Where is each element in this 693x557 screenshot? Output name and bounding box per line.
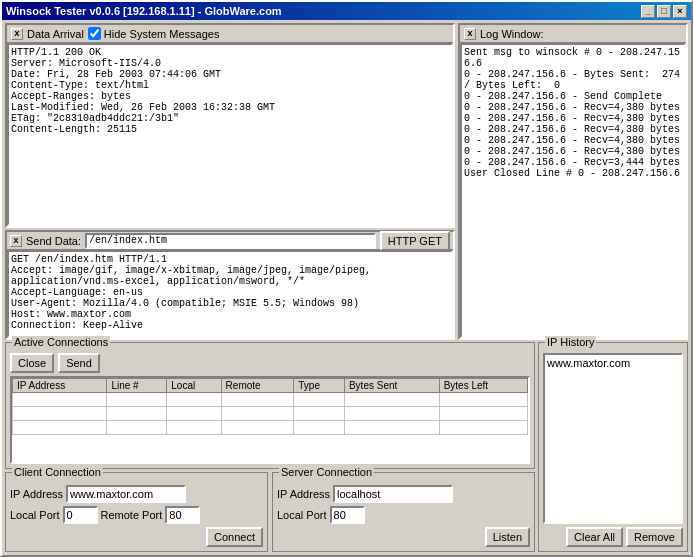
connect-button[interactable]: Connect [206,527,263,547]
close-window-button[interactable]: × [673,5,687,18]
ip-history-label: IP History [545,336,596,348]
left-bottom: Active Connections Close Send IP Address… [5,342,535,552]
connections-table-container: IP Address Line # Local Remote Type Byte… [10,376,530,464]
hide-system-messages-checkbox[interactable] [88,27,101,40]
hide-system-messages-checkbox-label[interactable]: Hide System Messages [88,27,220,40]
client-remote-port-input[interactable] [165,506,200,524]
server-local-port-label: Local Port [277,509,327,521]
log-window-content: Sent msg to winsock # 0 - 208.247.156.6 … [460,43,686,338]
send-data-label: Send Data: [26,235,81,247]
data-arrival-label: Data Arrival [27,28,84,40]
data-arrival-header: x Data Arrival Hide System Messages [7,25,453,43]
server-connection-label: Server Connection [279,466,374,478]
send-data-content: GET /en/index.htm HTTP/1.1 Accept: image… [7,250,453,338]
table-header-row: IP Address Line # Local Remote Type Byte… [13,379,528,393]
left-panels: x Data Arrival Hide System Messages HTTP… [5,23,455,340]
connection-forms: Client Connection IP Address Local Port … [5,472,535,552]
main-window: Winsock Tester v0.0.6 [192.168.1.11] - G… [0,0,693,557]
clear-all-button[interactable]: Clear All [566,527,623,547]
col-local: Local [167,379,221,393]
top-section: x Data Arrival Hide System Messages HTTP… [5,23,688,340]
listen-button[interactable]: Listen [485,527,530,547]
ip-history-item[interactable]: www.maxtor.com [547,357,679,369]
log-window-panel: x Log Window: Sent msg to winsock # 0 - … [458,23,688,340]
connections-table-body [13,393,528,435]
title-bar-buttons: _ □ × [641,5,687,18]
log-window-label: Log Window: [480,28,544,40]
client-ip-row: IP Address [10,485,263,503]
col-ip-address: IP Address [13,379,107,393]
send-data-close[interactable]: x [10,235,22,247]
active-connections-group: Active Connections Close Send IP Address… [5,342,535,469]
client-local-port-input[interactable] [63,506,98,524]
ip-history-panel: IP History www.maxtor.com Clear All Remo… [538,342,688,552]
log-window-header: x Log Window: [460,25,686,43]
client-remote-port-label: Remote Port [101,509,163,521]
col-line-num: Line # [107,379,167,393]
http-get-button[interactable]: HTTP GET [380,231,450,251]
client-ip-label: IP Address [10,488,63,500]
server-ip-row: IP Address [277,485,530,503]
client-connection-label: Client Connection [12,466,103,478]
connections-table: IP Address Line # Local Remote Type Byte… [12,378,528,435]
close-connection-button[interactable]: Close [10,353,54,373]
connections-toolbar: Close Send [10,353,530,373]
maximize-button[interactable]: □ [657,5,671,18]
log-close[interactable]: x [464,28,476,40]
remove-button[interactable]: Remove [626,527,683,547]
empty-row-2 [13,407,528,421]
empty-row-1 [13,393,528,407]
send-data-header: x Send Data: HTTP GET [7,232,453,250]
title-bar: Winsock Tester v0.0.6 [192.168.1.11] - G… [2,2,691,20]
title-text: Winsock Tester v0.0.6 [192.168.1.11] - G… [6,5,282,17]
bottom-section: Active Connections Close Send IP Address… [5,342,688,552]
empty-row-3 [13,421,528,435]
active-connections-label: Active Connections [12,336,110,348]
ip-history-buttons: Clear All Remove [543,527,683,547]
main-content: x Data Arrival Hide System Messages HTTP… [2,20,691,555]
hide-system-label: Hide System Messages [104,28,220,40]
server-ip-input[interactable] [333,485,453,503]
send-data-input[interactable] [85,233,376,249]
col-bytes-left: Bytes Left [439,379,527,393]
col-remote: Remote [221,379,294,393]
server-local-port-input[interactable] [330,506,365,524]
data-arrival-panel: x Data Arrival Hide System Messages HTTP… [5,23,455,228]
send-data-panel: x Send Data: HTTP GET GET /en/index.htm … [5,230,455,340]
data-arrival-close[interactable]: x [11,28,23,40]
minimize-button[interactable]: _ [641,5,655,18]
server-port-row: Local Port [277,506,530,524]
col-bytes-sent: Bytes Sent [344,379,439,393]
client-port-row: Local Port Remote Port [10,506,263,524]
ip-history-list[interactable]: www.maxtor.com [543,353,683,524]
send-connection-button[interactable]: Send [58,353,100,373]
col-type: Type [294,379,345,393]
server-ip-label: IP Address [277,488,330,500]
data-arrival-content: HTTP/1.1 200 OK Server: Microsoft-IIS/4.… [7,43,453,226]
server-connection-form: Server Connection IP Address Local Port … [272,472,535,552]
client-connection-form: Client Connection IP Address Local Port … [5,472,268,552]
client-local-port-label: Local Port [10,509,60,521]
client-ip-input[interactable] [66,485,186,503]
